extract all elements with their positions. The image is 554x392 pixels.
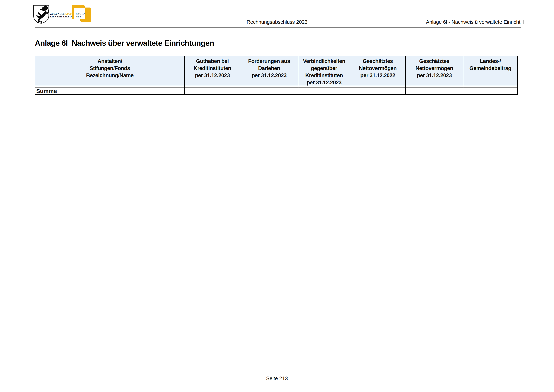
summe-cell-forderungen xyxy=(240,88,298,94)
summe-cell-nettovermoegen-2022 xyxy=(350,88,405,94)
summe-row-label: Summe xyxy=(35,88,184,94)
header-rule xyxy=(35,27,521,28)
column-header-verbindlichkeiten: Verbindlichkeiten gegenüber Kreditinstit… xyxy=(298,56,350,86)
column-header-guthaben: Guthaben bei Kreditinstituten per 31.12.… xyxy=(184,56,240,86)
column-header-beitrag: Landes-/ Gemeindebeitrag xyxy=(463,56,517,86)
page-title: Anlage 6l Nachweis über verwaltete Einri… xyxy=(35,39,214,48)
verwaltete-einrichtungen-table: Anstalten/ Stifungen/Fonds Bezeichnung/N… xyxy=(35,56,518,95)
wordmark-raum: RAUM xyxy=(64,13,73,15)
column-header-forderungen: Forderungen aus Darlehen per 31.12.2023 xyxy=(240,56,298,86)
column-header-bezeichnung: Anstalten/ Stifungen/Fonds Bezeichnung/N… xyxy=(35,56,184,86)
summe-cell-beitrag xyxy=(463,88,517,94)
column-header-nettovermoegen-2023: Geschätztes Nettovermögen per 31.12.2023 xyxy=(405,56,463,86)
page-number: Seite 213 xyxy=(0,375,554,382)
summe-cell-verbindlichkeiten xyxy=(298,88,350,94)
missing-glyph-box xyxy=(521,20,524,24)
column-header-nettovermoegen-2022: Geschätztes Nettovermögen per 31.12.2022 xyxy=(350,56,405,86)
header-section-title: Anlage 6l - Nachweis ü verwaltete Einric… xyxy=(426,19,524,25)
summe-cell-nettovermoegen-2023 xyxy=(405,88,463,94)
table-grid: Anstalten/ Stifungen/Fonds Bezeichnung/N… xyxy=(35,56,517,94)
regionet-label: REGIO NET xyxy=(76,12,85,18)
summe-cell-guthaben xyxy=(184,88,240,94)
